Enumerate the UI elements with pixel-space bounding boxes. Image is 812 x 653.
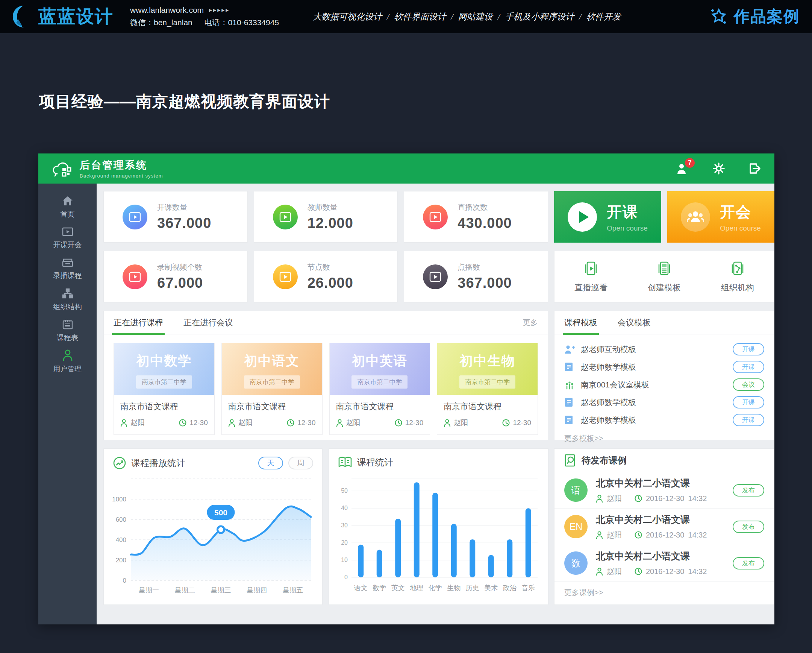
- svg-text:50: 50: [341, 488, 348, 494]
- sidebar-item-recorded-courses[interactable]: 录播课程: [38, 254, 97, 284]
- toggle-day[interactable]: 天: [258, 457, 283, 469]
- publish-pill[interactable]: 发布: [733, 484, 764, 497]
- home-icon: [62, 196, 73, 206]
- service-item: 大数据可视化设计: [313, 12, 382, 21]
- course-name: 南京市语文课程: [120, 401, 208, 412]
- quick-link-label: 创建模板: [648, 282, 681, 294]
- courses-more-link[interactable]: 更多: [523, 318, 538, 327]
- clock-icon: [179, 419, 186, 427]
- course-card-english[interactable]: 初中英语 南京市第二中学 南京市语文课程 赵阳 12-30: [329, 343, 430, 435]
- stat-value: 26.000: [307, 275, 353, 291]
- pending-date: 2016-12-30: [646, 567, 684, 576]
- courses-panel: 正在进行课程 正在进行会议 更多 初中数学 南京市第二中学 南京市语文课程 赵: [103, 311, 548, 440]
- template-name: 赵老师数学模板: [581, 362, 636, 372]
- site-header: 蓝蓝设计 www.lanlanwork.com ▸▸▸▸▸ 微信：ben_lan…: [0, 0, 812, 33]
- course-card-math[interactable]: 初中数学 南京市第二中学 南京市语文课程 赵阳 12-30: [113, 343, 215, 435]
- sidebar: 首页 开课开会 录播课程 组织结构: [38, 184, 97, 624]
- open-course-button[interactable]: 开课 Open course: [554, 191, 661, 243]
- video-play-icon: [122, 265, 147, 289]
- sidebar-item-meetings[interactable]: 开课开会: [38, 223, 97, 254]
- arrows-decoration: ▸▸▸▸▸: [209, 6, 230, 15]
- person-icon: [120, 419, 127, 427]
- pending-doc-icon: [564, 454, 576, 467]
- logo-text: 蓝蓝设计: [38, 5, 113, 29]
- toggle-week[interactable]: 周: [288, 457, 313, 469]
- course-stats-card: 课程统计 01020304050语文数学英文地理化学生物历史美术政治音乐: [328, 448, 548, 605]
- cloud-icon: [52, 159, 74, 177]
- tab-meeting-templates[interactable]: 会议模板: [618, 311, 651, 334]
- page-title: 项目经验——南京超燃视频教育界面设计: [39, 91, 330, 112]
- more-templates-link[interactable]: 更多模板>>: [564, 433, 764, 443]
- main-content: 开课数量 367.000 教师数量 12.000 直播次数 430.000: [97, 184, 781, 624]
- svg-text:10: 10: [341, 557, 348, 563]
- stat-label: 直播次数: [458, 202, 511, 213]
- template-row: 赵老师数学模板 开课: [564, 393, 764, 411]
- course-title: 初中数学: [136, 352, 192, 370]
- stat-label: 点播数: [458, 262, 511, 272]
- book-icon: [338, 456, 352, 468]
- template-row: 南京001会议室模板 会议: [564, 376, 764, 393]
- svg-text:星期三: 星期三: [211, 586, 231, 594]
- open-meeting-button[interactable]: 开会 Open course: [667, 191, 774, 243]
- create-template-link[interactable]: 创建模板: [628, 251, 701, 302]
- svg-text:星期二: 星期二: [175, 586, 195, 594]
- clock-icon: [287, 419, 295, 427]
- play-stats-card: 课程播放统计 天 周 02004006001000星期一星期二星期三星期四星期五…: [103, 448, 322, 605]
- svg-text:0: 0: [344, 574, 348, 580]
- logout-icon[interactable]: [749, 162, 761, 174]
- sidebar-label: 录播课程: [53, 271, 82, 281]
- start-course-pill[interactable]: 开课: [733, 396, 764, 408]
- svg-text:音乐: 音乐: [521, 584, 535, 592]
- svg-text:语文: 语文: [354, 584, 368, 592]
- course-teacher: 赵阳: [454, 418, 468, 428]
- service-separator: /: [387, 12, 389, 21]
- org-agency-icon: [729, 260, 746, 277]
- start-course-pill[interactable]: 开课: [733, 361, 764, 373]
- svg-text:30: 30: [341, 522, 348, 529]
- sidebar-item-schedule[interactable]: 课程表: [38, 315, 97, 346]
- course-teacher: 赵阳: [130, 418, 145, 428]
- live-view-link[interactable]: 直播巡看: [554, 251, 628, 302]
- sidebar-item-user-management[interactable]: 用户管理: [38, 346, 97, 377]
- svg-text:化学: 化学: [429, 584, 442, 592]
- tab-ongoing-meetings[interactable]: 正在进行会议: [183, 311, 233, 334]
- meeting-pill[interactable]: 会议: [733, 378, 764, 391]
- stats-row-1: 开课数量 367.000 教师数量 12.000 直播次数 430.000: [103, 191, 548, 243]
- sidebar-label: 用户管理: [53, 364, 82, 374]
- course-card-chinese[interactable]: 初中语文 南京市第二中学 南京市语文课程 赵阳 12-30: [221, 343, 322, 435]
- user-plus-icon: [564, 344, 577, 354]
- course-card-biology[interactable]: 初中生物 南京市第二中学 南京市语文课程 赵阳 12-30: [437, 343, 538, 435]
- stat-value: 12.000: [307, 215, 353, 231]
- magic-wand-icon: [709, 7, 728, 26]
- stat-value: 367.000: [157, 215, 211, 231]
- gear-icon[interactable]: [713, 162, 725, 174]
- sidebar-item-org-structure[interactable]: 组织结构: [38, 284, 97, 315]
- user-notification-icon[interactable]: 7: [676, 162, 689, 174]
- start-course-pill[interactable]: 开课: [733, 414, 764, 426]
- svg-text:英文: 英文: [391, 584, 405, 592]
- organization-link[interactable]: 组织机构: [701, 251, 774, 302]
- tab-course-templates[interactable]: 课程模板: [564, 311, 597, 334]
- clock-icon: [635, 531, 642, 539]
- publish-pill[interactable]: 发布: [733, 557, 764, 569]
- start-course-pill[interactable]: 开课: [733, 343, 764, 355]
- open-course-sublabel: Open course: [607, 224, 648, 232]
- services-list: 大数据可视化设计/软件界面设计/网站建设/手机及小程序设计/软件开发: [313, 11, 621, 23]
- course-school-badge: 南京市第二中学: [136, 375, 192, 388]
- doc-template-icon: [564, 415, 577, 425]
- subject-badge: EN: [564, 515, 588, 538]
- portfolio-link[interactable]: 作品案例: [709, 6, 800, 27]
- sidebar-label: 首页: [61, 210, 75, 219]
- svg-text:400: 400: [116, 537, 126, 544]
- pending-lessons-panel: 待发布课例 语 北京中关村二小语文课 赵阳 2016-12-3014:32 发布…: [554, 448, 774, 605]
- sidebar-label: 课程表: [57, 333, 78, 343]
- site-info: www.lanlanwork.com ▸▸▸▸▸ 微信：ben_lanlan 电…: [130, 4, 289, 29]
- video-play-icon: [423, 205, 448, 229]
- publish-pill[interactable]: 发布: [733, 521, 764, 533]
- templates-tabs: 课程模板 会议模板: [554, 311, 774, 334]
- more-lessons-link[interactable]: 更多课例>>: [554, 581, 774, 604]
- sidebar-item-home[interactable]: 首页: [38, 192, 97, 223]
- quick-links-card: 直播巡看 创建模板 组织机构: [554, 251, 774, 303]
- course-title: 初中语文: [244, 352, 300, 370]
- tab-ongoing-courses[interactable]: 正在进行课程: [113, 311, 163, 334]
